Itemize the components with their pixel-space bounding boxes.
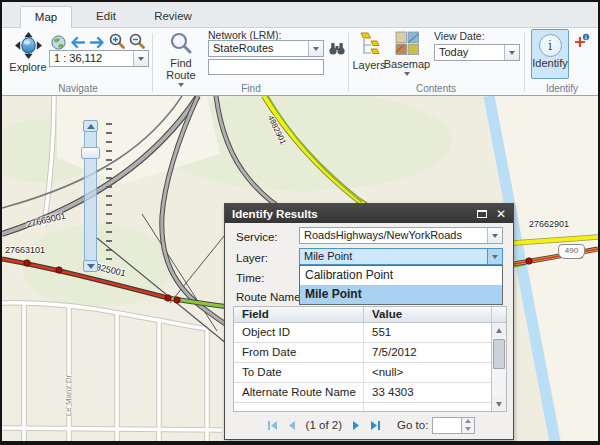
group-label-contents: Contents xyxy=(350,83,522,94)
identify-button[interactable]: i Identify xyxy=(531,29,569,79)
view-date-label: View Date: xyxy=(434,30,485,42)
ribbon-group-find: Find Route Network (LRM): StateRoutes xyxy=(154,28,348,95)
maximize-icon[interactable] xyxy=(477,210,487,218)
view-date-combobox[interactable]: Today xyxy=(434,44,520,61)
tab-edit[interactable]: Edit xyxy=(74,6,138,28)
table-header: Field Value xyxy=(234,307,506,323)
map-zoom-slider[interactable] xyxy=(82,120,104,272)
route-input[interactable] xyxy=(208,59,324,75)
magnifier-icon xyxy=(169,31,193,57)
search-routes-button[interactable] xyxy=(328,41,346,58)
table-row: From Date 7/5/2012 xyxy=(234,343,491,363)
zoom-slider-up-button[interactable] xyxy=(83,120,98,132)
table-row: To Date <null> xyxy=(234,363,491,383)
table-row xyxy=(234,403,491,412)
table-row: Alternate Route Name 33 4303 xyxy=(234,383,491,403)
dropdown-option-calibration-point[interactable]: Calibration Point xyxy=(300,266,502,285)
layer-dropdown-list: Calibration Point Mile Point xyxy=(299,265,503,305)
table-scrollbar[interactable] xyxy=(491,323,506,411)
dialog-titlebar[interactable]: Identify Results ✕ xyxy=(225,204,513,223)
dialog-title: Identify Results xyxy=(225,208,477,220)
zoom-slider-track[interactable] xyxy=(84,120,97,272)
layers-button[interactable]: Layers xyxy=(352,31,386,71)
pagination-bar: (1 of 2) Go to: xyxy=(225,414,513,436)
chevron-down-icon[interactable] xyxy=(487,249,502,264)
street-label-le-manz-dr: Le Manz Dr xyxy=(64,366,73,426)
service-label: Service: xyxy=(236,231,278,243)
zoom-slider-thumb[interactable] xyxy=(81,147,100,159)
close-icon[interactable]: ✕ xyxy=(496,209,506,219)
first-page-button[interactable] xyxy=(266,419,279,432)
group-separator xyxy=(348,33,349,92)
layer-label: Layer: xyxy=(236,252,268,264)
identify-results-dialog: Identify Results ✕ Service: RoadsHighway… xyxy=(224,203,514,440)
explore-button[interactable]: Explore xyxy=(7,32,49,73)
chevron-down-icon[interactable] xyxy=(487,228,502,243)
chevron-down-icon[interactable] xyxy=(308,41,323,56)
column-header-field: Field xyxy=(234,307,364,322)
zoom-out-button[interactable] xyxy=(128,32,146,52)
binoculars-icon xyxy=(328,41,346,58)
scroll-down-icon[interactable] xyxy=(492,397,506,411)
next-page-button[interactable] xyxy=(350,419,363,432)
application-window: Map Edit Review Explore xyxy=(0,0,600,445)
layers-icon xyxy=(357,31,381,59)
route-label-27662901: 27662901 xyxy=(529,219,569,229)
group-separator xyxy=(524,33,525,92)
layer-combobox[interactable]: Mile Point xyxy=(299,248,503,265)
zoom-out-icon xyxy=(128,32,146,52)
route-label-27663101: 27663101 xyxy=(5,245,45,255)
ribbon-group-navigate: Explore xyxy=(6,28,150,95)
chevron-down-icon[interactable] xyxy=(133,51,148,66)
explore-icon xyxy=(15,32,42,61)
goto-spinner[interactable] xyxy=(462,417,475,434)
table-row: Object ID 551 xyxy=(234,323,491,343)
tab-map[interactable]: Map xyxy=(20,6,72,29)
service-combobox[interactable]: RoadsHighways/NewYorkRoads xyxy=(299,227,503,244)
scrollbar-thumb[interactable] xyxy=(493,339,505,369)
ribbon-tabbar: Map Edit Review xyxy=(2,2,598,28)
zoom-slider-down-button[interactable] xyxy=(83,260,98,272)
group-label-find: Find xyxy=(154,83,348,94)
ribbon: Explore xyxy=(2,28,598,95)
identify-route-locations-button[interactable] xyxy=(572,33,590,52)
group-separator xyxy=(152,33,153,92)
identify-icon: i xyxy=(539,34,562,57)
dropdown-option-mile-point[interactable]: Mile Point xyxy=(300,285,502,304)
highway-shield-490: 490 xyxy=(558,244,585,259)
goto-label: Go to: xyxy=(397,419,428,431)
basemap-icon xyxy=(395,31,420,58)
chevron-down-icon[interactable] xyxy=(504,45,519,60)
time-label: Time: xyxy=(236,272,264,284)
zoom-in-button[interactable] xyxy=(108,32,126,52)
scroll-up-icon[interactable] xyxy=(492,323,506,337)
goto-page-input[interactable] xyxy=(432,417,462,434)
chevron-down-icon xyxy=(404,72,410,76)
find-route-button[interactable]: Find Route xyxy=(164,31,198,87)
group-label-identify: Identify xyxy=(526,83,598,94)
tab-review[interactable]: Review xyxy=(140,6,206,28)
map-scale-combobox[interactable]: 1 : 36,112 xyxy=(49,50,149,67)
zoom-in-icon xyxy=(108,32,126,52)
column-header-value: Value xyxy=(364,307,491,322)
ribbon-group-contents: Layers Basemap View Date: xyxy=(350,28,522,95)
group-label-navigate: Navigate xyxy=(6,83,150,94)
last-page-button[interactable] xyxy=(369,419,382,432)
route-name-label: Route Name: xyxy=(236,291,304,303)
attributes-table: Field Value Object ID 551 From Date 7/5/… xyxy=(233,306,507,412)
ribbon-group-identify: i Identify Identify xyxy=(526,28,598,95)
network-lrm-combobox[interactable]: StateRoutes xyxy=(208,40,324,57)
route-location-tool-icon xyxy=(572,33,590,52)
map-canvas[interactable]: 27663001 27663101 27825001 27662901 4882… xyxy=(2,95,598,441)
page-status: (1 of 2) xyxy=(306,419,342,431)
basemap-button[interactable]: Basemap xyxy=(384,31,430,76)
previous-page-button[interactable] xyxy=(285,419,298,432)
zoom-slider-ticks xyxy=(106,123,112,261)
